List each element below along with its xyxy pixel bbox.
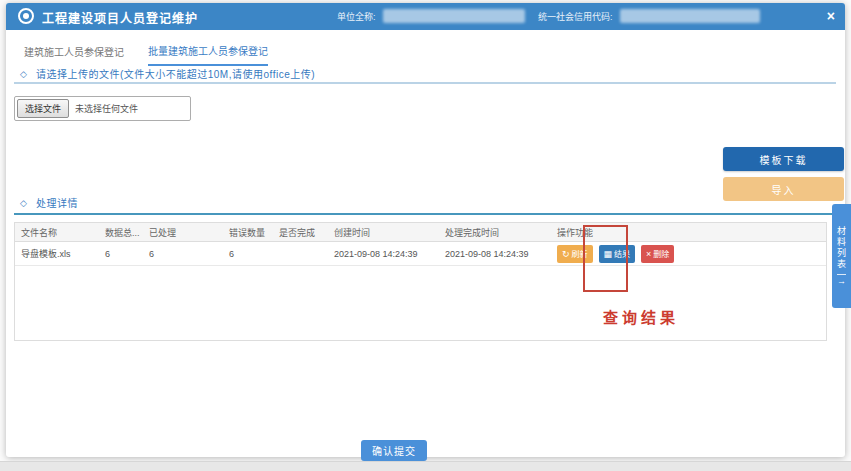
template-download-button[interactable]: 模板下载: [723, 147, 844, 171]
annotation-text: 查询结果: [603, 306, 679, 327]
close-icon[interactable]: ×: [827, 7, 835, 25]
material-list-label: 材料列表: [835, 226, 848, 270]
unit-name-field: 单位全称:: [337, 9, 525, 23]
cell-created-time: 2021-09-08 14:24:39: [328, 249, 439, 259]
choose-file-button[interactable]: 选择文件: [17, 99, 69, 118]
page-footer-strip: [0, 461, 851, 471]
upload-section-title: 请选择上传的文件(文件大小不能超过10M,请使用office上传): [36, 66, 315, 81]
col-error-count: 错误数量: [223, 226, 273, 239]
details-section-title: 处理详情: [36, 195, 78, 210]
col-data-total: 数据总...: [99, 226, 143, 239]
refresh-button[interactable]: ↻ 刷新: [557, 245, 593, 263]
col-actions: 操作功能: [551, 226, 826, 239]
credit-code-field: 统一社会信用代码:: [538, 9, 760, 23]
cell-error-count: 6: [223, 249, 273, 259]
delete-x-icon: ×: [646, 249, 651, 259]
col-created-time: 创建时间: [328, 226, 439, 239]
material-list-side-tab[interactable]: 材料列表 →: [832, 204, 851, 308]
col-processed: 已处理: [143, 226, 223, 239]
diamond-icon: ◇: [20, 69, 27, 79]
app-logo-icon: [18, 8, 34, 24]
confirm-submit-button[interactable]: 确认提交: [361, 440, 427, 461]
refresh-label: 刷新: [572, 248, 588, 259]
personnel-registration-modal: 工程建设项目人员登记维护 单位全称: 统一社会信用代码: × 建筑施工人员参保登…: [6, 3, 845, 457]
arrow-right-icon: →: [837, 274, 846, 286]
modal-title: 工程建设项目人员登记维护: [42, 9, 198, 26]
modal-header: 工程建设项目人员登记维护 单位全称: 统一社会信用代码: ×: [6, 3, 845, 30]
upload-section-header: ◇ 请选择上传的文件(文件大小不能超过10M,请使用office上传): [20, 66, 315, 81]
cell-finished-time: 2021-09-08 14:24:39: [439, 249, 551, 259]
credit-code-label: 统一社会信用代码:: [538, 10, 613, 23]
unit-name-redacted-value: [383, 9, 525, 23]
refresh-icon: ↻: [562, 249, 570, 259]
no-file-chosen-text: 未选择任何文件: [75, 102, 138, 115]
page-background: 工程建设项目人员登记维护 单位全称: 统一社会信用代码: × 建筑施工人员参保登…: [0, 0, 851, 471]
cell-data-total: 6: [99, 249, 143, 259]
table-row: 导盘模板.xls 6 6 6 2021-09-08 14:24:39 2021-…: [15, 242, 826, 266]
result-button[interactable]: ▦ 结果: [599, 245, 636, 263]
diamond-icon: ◇: [20, 198, 27, 208]
result-grid-icon: ▦: [604, 249, 613, 259]
delete-button[interactable]: × 删除: [641, 245, 674, 263]
processing-details-table: 文件名称 数据总... 已处理 错误数量 是否完成 创建时间 处理完成时间 操作…: [14, 222, 827, 341]
details-section-header: ◇ 处理详情: [20, 195, 78, 210]
tab-single-registration[interactable]: 建筑施工人员参保登记: [24, 43, 124, 66]
delete-label: 删除: [653, 248, 669, 259]
file-input[interactable]: 选择文件 未选择任何文件: [14, 96, 191, 121]
result-label: 结果: [614, 248, 630, 259]
tab-bar: 建筑施工人员参保登记 批量建筑施工人员参保登记: [24, 43, 268, 66]
tab-batch-registration[interactable]: 批量建筑施工人员参保登记: [148, 43, 268, 66]
unit-name-label: 单位全称:: [337, 10, 376, 23]
import-button[interactable]: 导入: [723, 177, 844, 201]
details-section-divider: [14, 213, 836, 215]
col-file-name: 文件名称: [15, 226, 99, 239]
table-header-row: 文件名称 数据总... 已处理 错误数量 是否完成 创建时间 处理完成时间 操作…: [15, 223, 826, 242]
col-finished-time: 处理完成时间: [439, 226, 551, 239]
credit-code-redacted-value: [620, 9, 760, 23]
col-completed: 是否完成: [273, 226, 328, 239]
row-actions: ↻ 刷新 ▦ 结果 × 删除: [557, 245, 826, 263]
cell-processed: 6: [143, 249, 223, 259]
upload-section-divider: [14, 82, 836, 84]
cell-file-name: 导盘模板.xls: [15, 247, 99, 260]
